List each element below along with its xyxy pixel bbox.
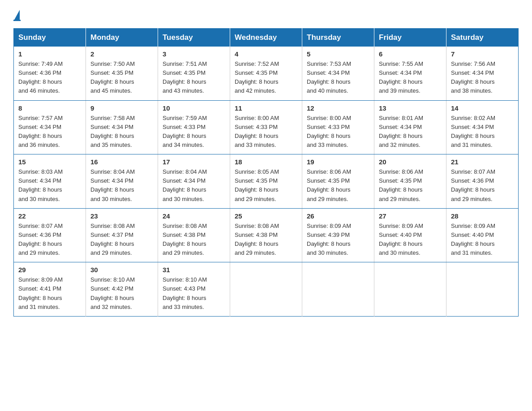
- day-info: Sunrise: 8:03 AM Sunset: 4:34 PM Dayligh…: [18, 167, 81, 204]
- day-of-week-header: Thursday: [302, 29, 374, 47]
- day-info: Sunrise: 8:08 AM Sunset: 4:38 PM Dayligh…: [235, 222, 297, 258]
- calendar-table: SundayMondayTuesdayWednesdayThursdayFrid…: [13, 28, 519, 317]
- calendar-cell: 19 Sunrise: 8:06 AM Sunset: 4:35 PM Dayl…: [302, 154, 374, 209]
- day-info: Sunrise: 8:09 AM Sunset: 4:41 PM Dayligh…: [18, 275, 81, 312]
- day-number: 22: [18, 212, 81, 220]
- day-info: Sunrise: 7:50 AM Sunset: 4:35 PM Dayligh…: [90, 60, 153, 96]
- calendar-week-row: 22 Sunrise: 8:07 AM Sunset: 4:36 PM Dayl…: [14, 208, 519, 262]
- day-info: Sunrise: 7:51 AM Sunset: 4:35 PM Dayligh…: [163, 60, 225, 96]
- calendar-cell: 7 Sunrise: 7:56 AM Sunset: 4:34 PM Dayli…: [446, 47, 519, 100]
- day-number: 9: [90, 104, 153, 112]
- day-info: Sunrise: 8:01 AM Sunset: 4:34 PM Dayligh…: [379, 114, 442, 150]
- calendar-cell: 6 Sunrise: 7:55 AM Sunset: 4:34 PM Dayli…: [374, 47, 446, 100]
- calendar-cell: 28 Sunrise: 8:09 AM Sunset: 4:40 PM Dayl…: [446, 208, 519, 262]
- day-number: 3: [163, 50, 225, 58]
- calendar-week-row: 1 Sunrise: 7:49 AM Sunset: 4:36 PM Dayli…: [14, 47, 519, 100]
- calendar-cell: 5 Sunrise: 7:53 AM Sunset: 4:34 PM Dayli…: [302, 47, 374, 100]
- day-of-week-header: Monday: [86, 29, 158, 47]
- calendar-cell: 1 Sunrise: 7:49 AM Sunset: 4:36 PM Dayli…: [14, 47, 86, 100]
- day-info: Sunrise: 8:05 AM Sunset: 4:35 PM Dayligh…: [235, 167, 297, 204]
- calendar-week-row: 8 Sunrise: 7:57 AM Sunset: 4:34 PM Dayli…: [14, 100, 519, 154]
- calendar-cell: 17 Sunrise: 8:04 AM Sunset: 4:34 PM Dayl…: [158, 154, 230, 209]
- day-number: 18: [235, 158, 297, 166]
- day-of-week-header: Tuesday: [158, 29, 230, 47]
- day-number: 27: [379, 212, 442, 220]
- day-info: Sunrise: 8:08 AM Sunset: 4:37 PM Dayligh…: [90, 222, 153, 258]
- calendar-cell: [302, 262, 374, 317]
- day-number: 24: [163, 212, 225, 220]
- calendar-cell: 18 Sunrise: 8:05 AM Sunset: 4:35 PM Dayl…: [230, 154, 302, 209]
- day-number: 25: [235, 212, 297, 220]
- day-number: 21: [451, 158, 514, 166]
- logo-underline: [13, 20, 21, 21]
- day-info: Sunrise: 8:06 AM Sunset: 4:35 PM Dayligh…: [379, 167, 442, 204]
- calendar-cell: [446, 262, 519, 317]
- day-number: 30: [90, 266, 153, 274]
- day-number: 26: [307, 212, 369, 220]
- header: [13, 9, 519, 21]
- logo-triangle-icon: [14, 10, 20, 20]
- day-info: Sunrise: 8:10 AM Sunset: 4:43 PM Dayligh…: [163, 275, 225, 312]
- day-info: Sunrise: 7:58 AM Sunset: 4:34 PM Dayligh…: [90, 114, 153, 150]
- day-number: 8: [18, 104, 81, 112]
- calendar-cell: 2 Sunrise: 7:50 AM Sunset: 4:35 PM Dayli…: [86, 47, 158, 100]
- day-info: Sunrise: 7:53 AM Sunset: 4:34 PM Dayligh…: [307, 60, 369, 96]
- day-number: 12: [307, 104, 369, 112]
- calendar-week-row: 15 Sunrise: 8:03 AM Sunset: 4:34 PM Dayl…: [14, 154, 519, 209]
- day-number: 28: [451, 212, 514, 220]
- calendar-cell: [230, 262, 302, 317]
- day-number: 2: [90, 50, 153, 58]
- day-info: Sunrise: 8:10 AM Sunset: 4:42 PM Dayligh…: [90, 275, 153, 312]
- calendar-cell: 16 Sunrise: 8:04 AM Sunset: 4:34 PM Dayl…: [86, 154, 158, 209]
- calendar-cell: 4 Sunrise: 7:52 AM Sunset: 4:35 PM Dayli…: [230, 47, 302, 100]
- calendar-cell: 11 Sunrise: 8:00 AM Sunset: 4:33 PM Dayl…: [230, 100, 302, 154]
- calendar-cell: 22 Sunrise: 8:07 AM Sunset: 4:36 PM Dayl…: [14, 208, 86, 262]
- calendar-cell: 29 Sunrise: 8:09 AM Sunset: 4:41 PM Dayl…: [14, 262, 86, 317]
- day-info: Sunrise: 8:09 AM Sunset: 4:40 PM Dayligh…: [379, 222, 442, 258]
- calendar-cell: [374, 262, 446, 317]
- calendar-cell: 23 Sunrise: 8:08 AM Sunset: 4:37 PM Dayl…: [86, 208, 158, 262]
- day-of-week-header: Sunday: [14, 29, 86, 47]
- calendar-cell: 27 Sunrise: 8:09 AM Sunset: 4:40 PM Dayl…: [374, 208, 446, 262]
- day-number: 7: [451, 50, 514, 58]
- calendar-cell: 9 Sunrise: 7:58 AM Sunset: 4:34 PM Dayli…: [86, 100, 158, 154]
- calendar-cell: 13 Sunrise: 8:01 AM Sunset: 4:34 PM Dayl…: [374, 100, 446, 154]
- day-info: Sunrise: 8:02 AM Sunset: 4:34 PM Dayligh…: [451, 114, 514, 150]
- calendar-cell: 20 Sunrise: 8:06 AM Sunset: 4:35 PM Dayl…: [374, 154, 446, 209]
- calendar-week-row: 29 Sunrise: 8:09 AM Sunset: 4:41 PM Dayl…: [14, 262, 519, 317]
- day-info: Sunrise: 7:56 AM Sunset: 4:34 PM Dayligh…: [451, 60, 514, 96]
- calendar-cell: 30 Sunrise: 8:10 AM Sunset: 4:42 PM Dayl…: [86, 262, 158, 317]
- day-number: 31: [163, 266, 225, 274]
- day-info: Sunrise: 7:52 AM Sunset: 4:35 PM Dayligh…: [235, 60, 297, 96]
- day-number: 11: [235, 104, 297, 112]
- day-info: Sunrise: 8:07 AM Sunset: 4:36 PM Dayligh…: [18, 222, 81, 258]
- calendar-cell: 8 Sunrise: 7:57 AM Sunset: 4:34 PM Dayli…: [14, 100, 86, 154]
- day-info: Sunrise: 8:06 AM Sunset: 4:35 PM Dayligh…: [307, 167, 369, 204]
- day-info: Sunrise: 8:04 AM Sunset: 4:34 PM Dayligh…: [90, 167, 153, 204]
- day-number: 29: [18, 266, 81, 274]
- day-info: Sunrise: 7:57 AM Sunset: 4:34 PM Dayligh…: [18, 114, 81, 150]
- day-number: 17: [163, 158, 225, 166]
- calendar-cell: 15 Sunrise: 8:03 AM Sunset: 4:34 PM Dayl…: [14, 154, 86, 209]
- day-of-week-header: Friday: [374, 29, 446, 47]
- calendar-cell: 26 Sunrise: 8:09 AM Sunset: 4:39 PM Dayl…: [302, 208, 374, 262]
- day-number: 23: [90, 212, 153, 220]
- day-of-week-header: Wednesday: [230, 29, 302, 47]
- day-number: 6: [379, 50, 442, 58]
- day-info: Sunrise: 8:09 AM Sunset: 4:40 PM Dayligh…: [451, 222, 514, 258]
- calendar-cell: 24 Sunrise: 8:08 AM Sunset: 4:38 PM Dayl…: [158, 208, 230, 262]
- day-info: Sunrise: 8:04 AM Sunset: 4:34 PM Dayligh…: [163, 167, 225, 204]
- day-number: 16: [90, 158, 153, 166]
- day-number: 20: [379, 158, 442, 166]
- day-number: 15: [18, 158, 81, 166]
- day-info: Sunrise: 8:00 AM Sunset: 4:33 PM Dayligh…: [307, 114, 369, 150]
- day-of-week-header: Saturday: [446, 29, 519, 47]
- calendar-cell: 10 Sunrise: 7:59 AM Sunset: 4:33 PM Dayl…: [158, 100, 230, 154]
- day-info: Sunrise: 7:55 AM Sunset: 4:34 PM Dayligh…: [379, 60, 442, 96]
- day-number: 14: [451, 104, 514, 112]
- day-info: Sunrise: 7:49 AM Sunset: 4:36 PM Dayligh…: [18, 60, 81, 96]
- calendar-cell: 14 Sunrise: 8:02 AM Sunset: 4:34 PM Dayl…: [446, 100, 519, 154]
- logo: [13, 9, 21, 21]
- day-info: Sunrise: 8:09 AM Sunset: 4:39 PM Dayligh…: [307, 222, 369, 258]
- day-number: 5: [307, 50, 369, 58]
